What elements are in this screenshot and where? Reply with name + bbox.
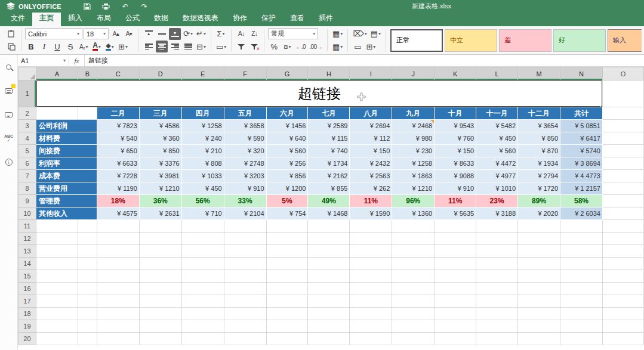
cell-J6[interactable]: ¥ 1258 xyxy=(392,157,435,170)
cell-C19[interactable] xyxy=(97,320,139,333)
cell-N7[interactable]: ¥ 4 4773 xyxy=(560,170,603,182)
cell-H6[interactable]: ¥ 1734 xyxy=(308,157,350,170)
cell-G7[interactable]: ¥ 856 xyxy=(266,170,308,182)
cell-O12[interactable] xyxy=(602,233,643,245)
cell-E14[interactable] xyxy=(181,258,224,270)
row-header-8[interactable]: 8 xyxy=(19,182,36,195)
cell-F14[interactable] xyxy=(224,258,266,270)
conditional-format-button[interactable]: ▤▾ xyxy=(369,28,382,40)
about-button[interactable]: i xyxy=(4,157,14,167)
cell-M9[interactable]: 89% xyxy=(518,195,560,207)
cell-K5[interactable]: ¥ 150 xyxy=(435,145,476,157)
cell-L13[interactable] xyxy=(476,245,518,258)
align-top-button[interactable]: ▴ xyxy=(143,28,155,40)
cell-F4[interactable]: ¥ 590 xyxy=(224,132,266,145)
cell-O20[interactable] xyxy=(602,333,643,345)
cell-A12[interactable] xyxy=(36,233,78,245)
col-header-N[interactable]: N xyxy=(560,67,603,80)
month-header-5[interactable]: 六月 xyxy=(266,107,308,120)
cell-I13[interactable] xyxy=(350,245,392,258)
row-header-11[interactable]: 11 xyxy=(19,220,36,233)
cell-H12[interactable] xyxy=(308,233,350,245)
cell-L9[interactable]: 23% xyxy=(476,195,518,207)
cell-O11[interactable] xyxy=(602,220,643,233)
col-header-O[interactable]: O xyxy=(602,67,643,80)
cell-C14[interactable] xyxy=(97,258,139,270)
cell-H16[interactable] xyxy=(308,283,350,295)
row-header-17[interactable]: 17 xyxy=(19,295,36,308)
cell-J3[interactable]: ¥ 2468 xyxy=(392,120,435,132)
row-label[interactable]: 公司利润 xyxy=(36,120,97,132)
row-header-15[interactable]: 15 xyxy=(19,270,36,283)
cell-N20[interactable] xyxy=(560,333,603,345)
cell-M19[interactable] xyxy=(518,320,560,333)
cell-I3[interactable]: ¥ 2694 xyxy=(350,120,392,132)
cell-I17[interactable] xyxy=(350,295,392,308)
cell-I19[interactable] xyxy=(350,320,392,333)
sort-descending-button[interactable]: Z↓ xyxy=(248,28,260,40)
cell-G9[interactable]: 5% xyxy=(266,195,308,207)
cell-M20[interactable] xyxy=(518,333,560,345)
cell-J4[interactable]: ¥ 980 xyxy=(392,132,435,145)
cell-M4[interactable]: ¥ 850 xyxy=(518,132,560,145)
cell-D16[interactable] xyxy=(139,283,181,295)
fill-color-button[interactable]: ◆▾ xyxy=(104,41,116,52)
align-left-button[interactable] xyxy=(143,41,155,52)
month-header-10[interactable]: 十一月 xyxy=(476,107,518,120)
row-header-14[interactable]: 14 xyxy=(19,258,36,270)
cell-L17[interactable] xyxy=(476,295,518,308)
cell-K8[interactable]: ¥ 910 xyxy=(435,182,476,195)
text-orientation-button[interactable]: ⟳▾ xyxy=(182,28,194,40)
cell-C17[interactable] xyxy=(97,295,139,308)
align-middle-button[interactable] xyxy=(156,28,168,40)
cell-I8[interactable]: ¥ 262 xyxy=(350,182,392,195)
insert-cells-button[interactable]: ▦▾ xyxy=(331,28,344,40)
cell-D15[interactable] xyxy=(139,270,181,283)
tab-protection[interactable]: 保护 xyxy=(254,11,283,26)
increase-decimal-button[interactable]: .00→ xyxy=(308,41,323,52)
row-header-3[interactable]: 3 xyxy=(19,120,36,132)
cell-G19[interactable] xyxy=(266,320,308,333)
cell-I11[interactable] xyxy=(350,220,392,233)
cell-C5[interactable]: ¥ 650 xyxy=(97,145,139,157)
cell-D19[interactable] xyxy=(139,320,181,333)
cell-I15[interactable] xyxy=(350,270,392,283)
row-label[interactable]: 成本费 xyxy=(36,170,97,182)
row-header-20[interactable]: 20 xyxy=(19,333,36,345)
cell-H18[interactable] xyxy=(308,308,350,320)
cell-I14[interactable] xyxy=(350,258,392,270)
cell-C13[interactable] xyxy=(97,245,139,258)
row-header-2[interactable]: 2 xyxy=(19,107,36,120)
cell-G6[interactable]: ¥ 256 xyxy=(266,157,308,170)
cell-C20[interactable] xyxy=(97,333,139,345)
cell-G17[interactable] xyxy=(266,295,308,308)
paste-button[interactable] xyxy=(5,28,17,40)
justify-button[interactable] xyxy=(182,41,194,52)
tab-layout[interactable]: 布局 xyxy=(90,11,118,26)
cell-B13[interactable] xyxy=(78,245,97,258)
cell-I20[interactable] xyxy=(350,333,392,345)
cell-H5[interactable]: ¥ 740 xyxy=(308,145,350,157)
cell-D7[interactable]: ¥ 3981 xyxy=(139,170,181,182)
cell-M15[interactable] xyxy=(518,270,560,283)
cell-O14[interactable] xyxy=(602,258,643,270)
cell-K3[interactable]: ¥ 9543 xyxy=(435,120,476,132)
cell-N19[interactable] xyxy=(560,320,603,333)
cell-E13[interactable] xyxy=(181,245,224,258)
cell-B20[interactable] xyxy=(78,333,97,345)
cell-L16[interactable] xyxy=(476,283,518,295)
cell-O13[interactable] xyxy=(602,245,643,258)
cell-L4[interactable]: ¥ 450 xyxy=(476,132,518,145)
cell-J8[interactable]: ¥ 1210 xyxy=(392,182,435,195)
align-center-button[interactable] xyxy=(156,41,168,52)
cell-D10[interactable]: ¥ 2631 xyxy=(139,207,181,220)
month-header-11[interactable]: 十二月 xyxy=(518,107,560,120)
cell-J18[interactable] xyxy=(392,308,435,320)
cell-I16[interactable] xyxy=(350,283,392,295)
cell-L10[interactable]: ¥ 3188 xyxy=(476,207,518,220)
row-header-5[interactable]: 5 xyxy=(19,145,36,157)
cell-D12[interactable] xyxy=(139,233,181,245)
cell-F10[interactable]: ¥ 2104 xyxy=(224,207,266,220)
cell-E7[interactable]: ¥ 1033 xyxy=(181,170,224,182)
cell-A11[interactable] xyxy=(36,220,78,233)
